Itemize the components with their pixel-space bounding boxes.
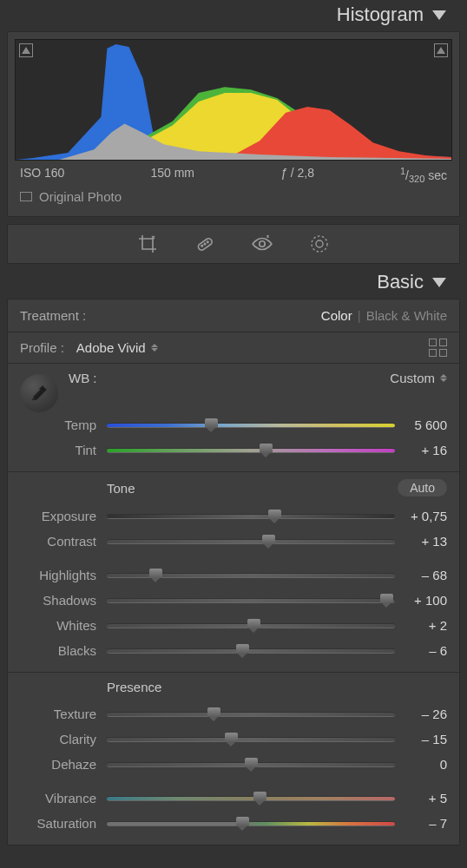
blacks-value[interactable]: – 6	[395, 643, 447, 658]
original-photo-toggle[interactable]: Original Photo	[15, 186, 452, 209]
saturation-slider[interactable]	[107, 817, 395, 831]
shadows-slider[interactable]	[107, 594, 395, 608]
svg-point-5	[312, 236, 327, 252]
histogram-header[interactable]: Histogram	[0, 0, 467, 31]
treatment-color[interactable]: Color	[321, 308, 352, 323]
collapse-icon[interactable]	[432, 10, 446, 20]
auto-tone-button[interactable]: Auto	[398, 479, 447, 496]
vibrance-slider[interactable]	[107, 792, 395, 806]
texture-value[interactable]: – 26	[395, 707, 447, 721]
svg-point-4	[260, 241, 266, 247]
focal-length: 150 mm	[150, 166, 194, 184]
contrast-slider[interactable]	[107, 535, 395, 549]
exposure-value[interactable]: + 0,75	[395, 509, 447, 523]
wb-header: WB :	[69, 371, 97, 385]
histogram-chart	[16, 40, 451, 160]
basic-title: Basic	[377, 271, 424, 293]
wb-mode-select[interactable]: Custom	[390, 371, 447, 385]
clarity-value[interactable]: – 15	[395, 732, 447, 746]
collapse-icon[interactable]	[432, 278, 446, 287]
whites-slider[interactable]	[107, 619, 395, 633]
mask-tool-icon[interactable]	[308, 233, 331, 255]
dehaze-slider[interactable]	[107, 758, 395, 772]
crop-tool-icon[interactable]	[136, 233, 159, 255]
white-balance-picker[interactable]	[20, 374, 58, 412]
profile-label: Profile :	[20, 340, 64, 355]
basic-header[interactable]: Basic	[0, 267, 467, 299]
tint-slider[interactable]	[107, 444, 395, 457]
presence-header: Presence	[107, 680, 161, 694]
saturation-value[interactable]: – 7	[395, 816, 447, 831]
heal-tool-icon[interactable]	[194, 233, 216, 255]
svg-point-3	[207, 242, 208, 244]
texture-slider[interactable]	[107, 707, 395, 721]
profile-browser-icon[interactable]	[429, 339, 447, 357]
temp-slider[interactable]	[107, 418, 395, 432]
aperture: ƒ / 2,8	[280, 166, 314, 184]
exposure-slider[interactable]	[107, 510, 395, 523]
tone-subsection: Tone Auto Exposure+ 0,75 Contrast+ 13 Hi…	[8, 472, 459, 673]
redeye-tool-icon[interactable]	[251, 233, 273, 255]
updown-icon	[151, 344, 158, 352]
contrast-value[interactable]: + 13	[395, 534, 447, 549]
tint-value[interactable]: + 16	[395, 443, 447, 457]
highlights-value[interactable]: – 68	[395, 568, 447, 582]
temp-value[interactable]: 5 600	[395, 418, 447, 432]
updown-icon	[440, 374, 447, 382]
checkbox-icon	[20, 192, 32, 201]
svg-point-6	[316, 240, 323, 247]
basic-panel: Treatment : Color | Black & White Profil…	[7, 299, 460, 845]
vibrance-value[interactable]: + 5	[395, 791, 447, 806]
whites-value[interactable]: + 2	[395, 618, 447, 633]
svg-point-2	[204, 244, 206, 246]
clarity-slider[interactable]	[107, 733, 395, 746]
shadows-value[interactable]: + 100	[395, 593, 447, 608]
histogram-canvas[interactable]	[15, 39, 452, 161]
tool-strip	[7, 224, 460, 264]
highlights-slider[interactable]	[107, 569, 395, 582]
temp-slider-row: Temp 5 600	[20, 412, 447, 437]
tone-header: Tone	[107, 481, 135, 496]
profile-row: Profile : Adobe Vivid	[8, 332, 459, 364]
treatment-label: Treatment :	[20, 308, 115, 323]
treatment-row: Treatment : Color | Black & White	[8, 299, 459, 332]
treatment-bw[interactable]: Black & White	[366, 308, 447, 323]
histogram-meta: ISO 160 150 mm ƒ / 2,8 1/320 sec	[15, 161, 452, 186]
dehaze-value[interactable]: 0	[395, 757, 447, 772]
svg-point-1	[201, 246, 203, 247]
tint-slider-row: Tint + 16	[20, 437, 447, 463]
histogram-section: ISO 160 150 mm ƒ / 2,8 1/320 sec Origina…	[7, 31, 460, 217]
profile-select[interactable]: Adobe Vivid	[76, 340, 158, 355]
histogram-title: Histogram	[337, 3, 424, 26]
presence-subsection: Presence Texture– 26 Clarity– 15 Dehaze0…	[8, 673, 459, 845]
iso-value: ISO 160	[20, 166, 64, 184]
shutter-speed: 1/320 sec	[400, 166, 447, 184]
blacks-slider[interactable]	[107, 644, 395, 658]
wb-subsection: WB : Custom Temp 5 600 Tint + 16	[8, 364, 459, 472]
